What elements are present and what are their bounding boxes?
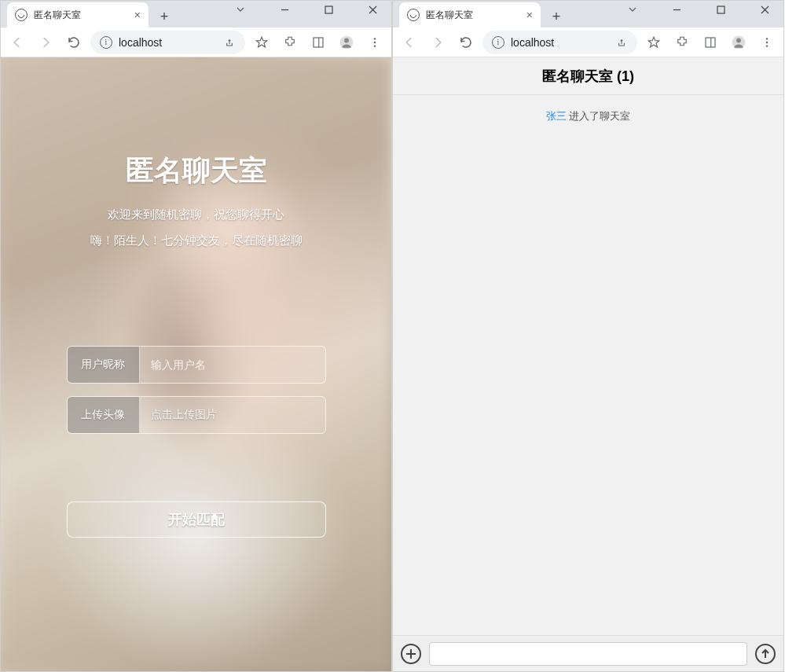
message-list: 张三 进入了聊天室 (393, 95, 783, 635)
svg-point-10 (736, 38, 741, 42)
nickname-input[interactable] (140, 347, 325, 383)
page-title: 匿名聊天室 (126, 152, 267, 190)
profile-icon[interactable] (335, 31, 358, 54)
share-icon[interactable] (223, 36, 236, 49)
svg-rect-1 (314, 38, 323, 47)
system-message-text: 进入了聊天室 (567, 110, 631, 122)
tab-close-icon[interactable]: × (526, 9, 533, 20)
new-tab-button[interactable]: + (545, 6, 567, 28)
forward-button[interactable] (426, 31, 449, 54)
browser-toolbar: i localhost (1, 28, 391, 57)
browser-tab[interactable]: 匿名聊天室 × (7, 2, 149, 28)
tab-title: 匿名聊天室 (34, 9, 81, 22)
send-button[interactable] (755, 644, 776, 664)
svg-point-6 (374, 45, 376, 46)
close-icon[interactable] (747, 0, 782, 21)
tab-strip: 匿名聊天室 × + (1, 1, 391, 28)
maximize-icon[interactable] (311, 0, 346, 21)
forward-button[interactable] (34, 31, 57, 54)
svg-point-11 (766, 38, 768, 39)
bookmark-icon[interactable] (642, 31, 666, 54)
share-icon[interactable] (615, 36, 628, 49)
svg-point-3 (344, 38, 349, 42)
tab-title: 匿名聊天室 (426, 9, 473, 22)
menu-icon[interactable] (755, 31, 779, 54)
extensions-icon[interactable] (278, 31, 302, 54)
window-controls (615, 0, 782, 21)
start-match-button[interactable]: 开始匹配 (67, 501, 326, 538)
svg-point-4 (374, 38, 376, 39)
close-icon[interactable] (355, 0, 390, 21)
minimize-icon[interactable] (659, 0, 694, 21)
reload-button[interactable] (454, 31, 478, 54)
browser-tab[interactable]: 匿名聊天室 × (399, 2, 541, 28)
menu-icon[interactable] (363, 31, 387, 54)
back-button[interactable] (6, 31, 29, 54)
reload-button[interactable] (62, 31, 86, 54)
browser-window-left: 匿名聊天室 × + i localhost 匿名聊天室 欢迎来到随机密聊，祝您聊… (0, 0, 392, 672)
svg-rect-7 (717, 6, 724, 13)
url-text: localhost (119, 36, 162, 49)
tab-close-icon[interactable]: × (134, 9, 141, 20)
login-form: 用户昵称 上传头像 点击上传图片 开始匹配 (67, 346, 326, 538)
page-content-chatroom: 匿名聊天室 (1) 张三 进入了聊天室 (393, 57, 783, 671)
maximize-icon[interactable] (703, 0, 738, 21)
extensions-icon[interactable] (670, 31, 694, 54)
system-message: 张三 进入了聊天室 (546, 109, 631, 123)
svg-rect-0 (325, 6, 332, 13)
tab-strip: 匿名聊天室 × + (393, 1, 783, 28)
sidepanel-icon[interactable] (306, 31, 330, 54)
avatar-upload-button[interactable]: 点击上传图片 (140, 397, 325, 433)
sidepanel-icon[interactable] (699, 31, 722, 54)
message-input[interactable] (429, 642, 747, 666)
window-controls (223, 0, 390, 21)
nickname-row: 用户昵称 (67, 346, 326, 384)
bookmark-icon[interactable] (250, 31, 273, 54)
globe-icon (15, 9, 28, 21)
browser-toolbar: i localhost (393, 28, 783, 57)
svg-point-12 (766, 41, 768, 42)
subtitle-2: 嗨！陌生人！七分钟交友，尽在随机密聊 (90, 233, 303, 248)
minimize-icon[interactable] (267, 0, 302, 21)
chevron-down-icon[interactable] (615, 0, 650, 21)
avatar-row: 上传头像 点击上传图片 (67, 396, 326, 434)
svg-point-13 (766, 45, 768, 46)
chevron-down-icon[interactable] (223, 0, 258, 21)
chatroom-header: 匿名聊天室 (1) (393, 57, 783, 95)
svg-point-5 (374, 41, 376, 42)
subtitle-1: 欢迎来到随机密聊，祝您聊得开心 (108, 207, 284, 222)
nickname-label: 用户昵称 (68, 347, 140, 383)
avatar-label: 上传头像 (68, 397, 140, 433)
new-tab-button[interactable]: + (153, 6, 175, 28)
info-icon: i (100, 36, 112, 49)
address-bar[interactable]: i localhost (90, 31, 245, 54)
info-icon: i (492, 36, 504, 49)
chat-input-bar (393, 635, 783, 671)
profile-icon[interactable] (727, 31, 750, 54)
browser-window-right: 匿名聊天室 × + i localhost 匿名聊天室 (1) 张三 进入了聊天 (392, 0, 784, 672)
svg-rect-8 (706, 38, 715, 47)
url-text: localhost (511, 36, 554, 49)
page-content-login: 匿名聊天室 欢迎来到随机密聊，祝您聊得开心 嗨！陌生人！七分钟交友，尽在随机密聊… (1, 57, 391, 671)
back-button[interactable] (398, 31, 421, 54)
address-bar[interactable]: i localhost (482, 31, 637, 54)
system-message-user: 张三 (546, 110, 567, 122)
globe-icon (407, 9, 420, 21)
add-button[interactable] (401, 644, 421, 664)
login-overlay: 匿名聊天室 欢迎来到随机密聊，祝您聊得开心 嗨！陌生人！七分钟交友，尽在随机密聊… (1, 57, 391, 671)
